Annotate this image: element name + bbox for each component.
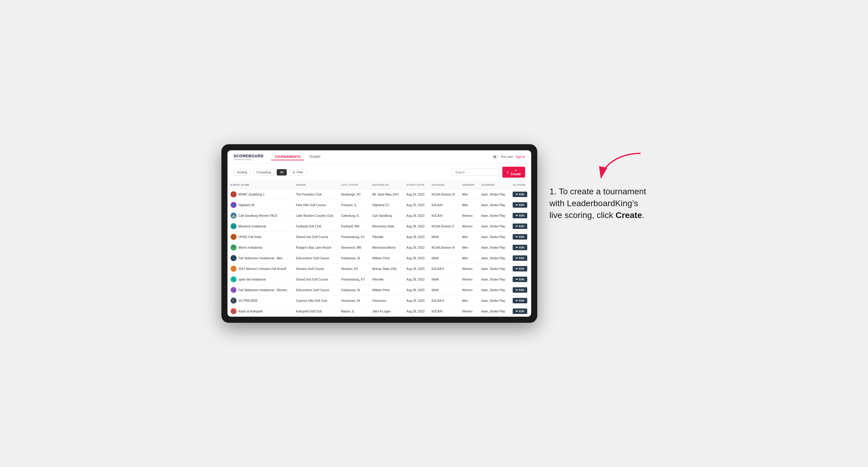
cell-venue: Park Hills Golf Course: [293, 200, 338, 211]
settings-icon[interactable]: ⚙: [492, 154, 498, 160]
pencil-icon: ✏: [516, 235, 518, 238]
event-icon: 🐾: [230, 234, 237, 240]
event-name-text: Carl Sandburg Women FA23: [239, 214, 277, 217]
cell-date: Aug 24, 2023: [403, 189, 429, 200]
cell-city: Galesburg, IL: [338, 211, 369, 221]
cell-date: Aug 28, 2023: [403, 232, 429, 242]
cell-venue: StoneCrest Golf Course: [293, 232, 338, 242]
event-icon: 🏌: [230, 266, 237, 272]
pencil-icon: ✏: [516, 256, 518, 260]
edit-button[interactable]: ✏ Edit: [513, 234, 527, 240]
cell-city: Deerwood, MN: [338, 242, 369, 253]
col-venue: VENUE: [293, 181, 338, 189]
cell-gender: Men: [459, 253, 478, 263]
edit-button[interactable]: ✏ Edit: [513, 309, 527, 314]
cell-hosted: Minnesota State: [369, 221, 404, 232]
search-input[interactable]: [452, 169, 500, 176]
callout-area: 1. To create a tournament with Leaderboa…: [550, 144, 647, 221]
edit-button[interactable]: ✏ Edit: [513, 266, 527, 272]
cell-gender: Men: [459, 232, 478, 242]
event-name-text: Fall Statesmen Invitational - Men: [239, 256, 283, 260]
cell-venue: StoneCrest Golf Course: [293, 274, 338, 285]
cell-hosted: Minnesota-Morris: [369, 242, 404, 253]
cell-venue: Faribault Golf Club: [293, 221, 338, 232]
filter-icon: ☰: [292, 170, 295, 174]
cell-gender: Men: [459, 295, 478, 306]
pencil-icon: ✏: [516, 225, 518, 228]
event-name-text: 2023 Women's Hesston Fall Kickoff: [239, 267, 286, 271]
create-button[interactable]: + + Create: [502, 167, 525, 178]
cell-gender: Men: [459, 189, 478, 200]
cell-actions: ✏ Edit: [509, 263, 531, 274]
nav-tab-teams[interactable]: TEAMS: [305, 154, 324, 160]
table-row: 🐾 Maverick Invitational Faribault Golf C…: [227, 221, 531, 232]
cell-division: NJCAA II: [429, 263, 459, 274]
event-icon: 🐾: [230, 276, 237, 282]
cell-scoring: team, Stroke Play: [478, 274, 509, 285]
pencil-icon: ✏: [516, 288, 518, 291]
cell-hosted: Pikeville: [369, 232, 404, 242]
cell-event-name: 🐾 Fall Statesmen Invitational - Men: [227, 253, 293, 263]
edit-button[interactable]: ✏ Edit: [513, 202, 527, 208]
cell-actions: ✏ Edit: [509, 211, 531, 221]
edit-button[interactable]: ✏ Edit: [513, 213, 527, 218]
sign-in-link[interactable]: Sign In: [516, 155, 525, 158]
event-name-text: upike fall invitational: [239, 278, 266, 281]
edit-button[interactable]: ✏ Edit: [513, 192, 527, 197]
pencil-icon: ✏: [516, 310, 518, 313]
cell-event-name: 🏌 2023 Women's Hesston Fall Kickoff: [227, 263, 293, 274]
cell-gender: Women: [459, 221, 478, 232]
event-icon: 🏫: [230, 213, 237, 219]
table-row: 🏌 2023 Women's Hesston Fall Kickoff Hess…: [227, 263, 531, 274]
cell-hosted: William Penn: [369, 285, 404, 295]
red-arrow-svg: [598, 150, 647, 181]
cell-division: NCAA Division III: [429, 189, 459, 200]
cell-venue: Kokopelli Golf Club: [293, 306, 338, 317]
cell-city: Vincennes, IN: [338, 295, 369, 306]
cell-venue: Ruttger's Bay Lake Resort: [293, 242, 338, 253]
event-icon: 🐾: [230, 287, 237, 293]
filter-icon-btn[interactable]: ☰ Filter: [289, 169, 306, 176]
cell-gender: Women: [459, 274, 478, 285]
cell-city: Prestonsburg, KY: [338, 232, 369, 242]
edit-button[interactable]: ✏ Edit: [513, 223, 527, 229]
cell-scoring: team, Stroke Play: [478, 200, 509, 211]
edit-button[interactable]: ✏ Edit: [513, 277, 527, 282]
all-filter-btn[interactable]: All: [277, 169, 287, 176]
event-icon: 🐾: [230, 223, 237, 229]
cell-actions: ✏ Edit: [509, 306, 531, 317]
cell-scoring: team, Stroke Play: [478, 189, 509, 200]
cell-scoring: team, Stroke Play: [478, 306, 509, 317]
cell-event-name: 🦅 Morris Invitational: [227, 242, 293, 253]
cell-venue: The Powelton Club: [293, 189, 338, 200]
cell-actions: ✏ Edit: [509, 253, 531, 263]
edit-button[interactable]: ✏ Edit: [513, 245, 527, 250]
cell-division: NAIA: [429, 274, 459, 285]
event-name-text: MSMC Qualifying 1: [239, 193, 265, 196]
cell-date: Aug 28, 2023: [403, 295, 429, 306]
cell-division: NJCAA I: [429, 306, 459, 317]
cell-division: NCAA Division III: [429, 242, 459, 253]
cell-scoring: team, Stroke Play: [478, 285, 509, 295]
pencil-icon: ✏: [516, 193, 518, 196]
col-event-name: EVENT NAME: [227, 181, 293, 189]
event-name-text: Klash at Kokopelli: [239, 310, 263, 313]
cell-event-name: 🐾 UPIKE Fall Invite: [227, 232, 293, 242]
cell-division: NAIA: [429, 285, 459, 295]
edit-button[interactable]: ✏ Edit: [513, 255, 527, 261]
cell-city: Oskaloosa, IA: [338, 285, 369, 295]
nav-tab-tournaments[interactable]: TOURNAMENTS: [271, 154, 304, 160]
cell-venue: Edmundson Golf Course: [293, 285, 338, 295]
table-row: 🏌 MSMC Qualifying 1 The Powelton Club Ne…: [227, 189, 531, 200]
event-icon: 🐾: [230, 255, 237, 261]
pencil-icon: ✏: [516, 278, 518, 281]
competing-filter-btn[interactable]: Competing: [253, 169, 274, 176]
edit-button[interactable]: ✏ Edit: [513, 298, 527, 303]
col-scoring: SCORING: [478, 181, 509, 189]
edit-button[interactable]: ✏ Edit: [513, 287, 527, 293]
pencil-icon: ✏: [516, 299, 518, 302]
hosting-filter-btn[interactable]: Hosting: [234, 169, 251, 176]
cell-date: Aug 28, 2023: [403, 253, 429, 263]
cell-hosted: Carl Sandburg: [369, 211, 404, 221]
cell-city: Marion, IL: [338, 306, 369, 317]
